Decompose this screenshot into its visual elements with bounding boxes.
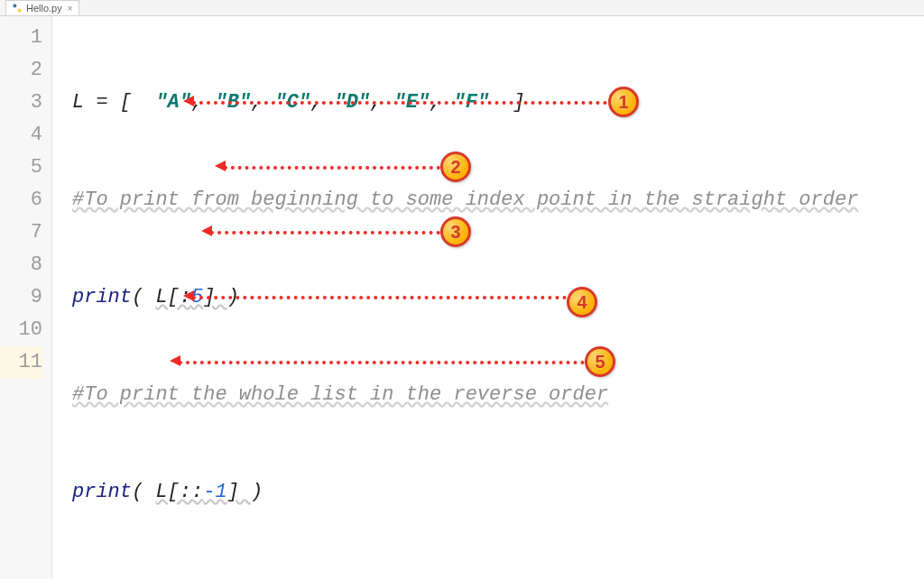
- line-number: 11: [0, 346, 42, 379]
- line-number: 8: [0, 249, 42, 281]
- code-line: L = [ "A", "B", "C", "D", "E", "F" ]: [72, 87, 924, 119]
- python-file-icon: [12, 3, 23, 14]
- code-line: #To print from beginning to some index p…: [72, 184, 924, 216]
- svg-rect-0: [14, 5, 17, 8]
- code-line: #To print the whole list in the reverse …: [72, 379, 924, 411]
- close-icon[interactable]: ×: [68, 4, 73, 14]
- line-number: 6: [0, 184, 42, 216]
- file-tab-hello[interactable]: Hello.py ×: [5, 0, 79, 15]
- editor-tab-bar: Hello.py ×: [0, 0, 924, 16]
- code-editor[interactable]: 1 2 3 4 5 6 7 8 9 10 11 L = [ "A", "B", …: [0, 16, 924, 579]
- line-number: 3: [0, 87, 42, 119]
- line-number: 5: [0, 152, 42, 184]
- callout-badge-2: 2: [440, 152, 471, 182]
- callout-badge-5: 5: [585, 346, 615, 377]
- code-text-area[interactable]: L = [ "A", "B", "C", "D", "E", "F" ] #To…: [52, 16, 924, 579]
- line-number: 2: [0, 54, 42, 87]
- code-line: print( L[::-1] ): [72, 476, 924, 509]
- svg-rect-1: [18, 9, 22, 13]
- line-number: 4: [0, 119, 42, 152]
- file-tab-label: Hello.py: [26, 3, 62, 14]
- line-number: 1: [0, 22, 42, 54]
- code-line: #To print from one index to another: [72, 574, 924, 579]
- callout-badge-3: 3: [440, 216, 471, 247]
- code-line: print( L[:5] ): [72, 281, 924, 314]
- line-number: 10: [0, 314, 42, 346]
- line-number: 7: [0, 216, 42, 249]
- line-number-gutter: 1 2 3 4 5 6 7 8 9 10 11: [0, 16, 52, 579]
- line-number: 9: [0, 281, 42, 314]
